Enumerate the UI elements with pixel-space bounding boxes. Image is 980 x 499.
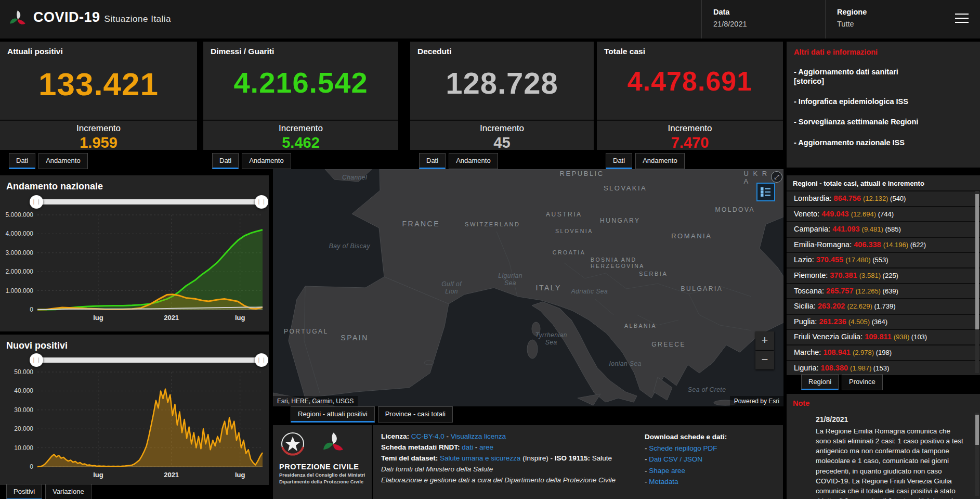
page-subtitle: Situazione Italia [104, 14, 172, 24]
svg-text:3.000.000: 3.000.000 [6, 249, 34, 257]
salute-umana-link[interactable]: Salute umana e sicurezza [440, 454, 520, 462]
slider-left-handle[interactable]: ❘❘ [30, 195, 43, 209]
altri-dati-link[interactable]: - Infografica epidemiologica ISS [794, 97, 973, 106]
region-row[interactable]: Toscana: 265.757 (12.265) (639) [787, 283, 980, 299]
increment-label: Incremento [410, 123, 594, 134]
temi-rest2: Salute [590, 454, 612, 462]
slider-right-handle[interactable]: ❘❘ [255, 195, 268, 209]
region-name: Lazio: [794, 255, 816, 264]
andamento-time-slider[interactable]: ❘❘ ❘❘ [36, 199, 262, 204]
tab-andamento[interactable]: Andamento [242, 153, 291, 169]
increment-value: 1.959 [0, 134, 197, 151]
nuovi-time-slider[interactable]: ❘❘ ❘❘ [36, 357, 262, 363]
tab-positivi[interactable]: Positivi [6, 484, 42, 499]
note-scrollbar[interactable] [975, 413, 979, 496]
rndt-aree-link[interactable]: aree [479, 443, 493, 451]
andamento-chart: 01.000.0002.000.0003.000.0004.000.0005.0… [0, 208, 269, 329]
license-link[interactable]: CC-BY-4.0 [411, 432, 445, 440]
region-increment: (198) [876, 349, 892, 356]
tab-dati[interactable]: Dati [212, 153, 239, 169]
region-attuali: (17.480) [845, 256, 872, 264]
andamento-title: Andamento nazionale [0, 175, 269, 192]
zoom-out-button[interactable]: − [755, 351, 774, 369]
region-name: Toscana: [794, 287, 826, 295]
stat-card-increment: Incremento45 [410, 120, 594, 150]
regioni-list-panel: Regioni - totale casi, attuali e increme… [787, 175, 980, 375]
legend-icon [761, 187, 771, 197]
region-row[interactable]: Friuli Venezia Giulia: 109.811 (938) (10… [787, 329, 980, 344]
region-row[interactable]: Veneto: 449.043 (12.694) (744) [787, 206, 980, 222]
download-link[interactable]: Dati CSV / JSON [649, 455, 702, 463]
map-tab-province-casi-totali[interactable]: Province - casi totali [378, 406, 453, 423]
download-link[interactable]: Metadata [649, 478, 678, 485]
iso-label: ISO 19115: [555, 454, 590, 462]
region-attuali: (22.629) [847, 302, 874, 310]
region-row[interactable]: Marche: 108.941 (2.978) (198) [787, 344, 980, 360]
region-increment: (585) [885, 225, 900, 233]
download-link[interactable]: Shape aree [649, 467, 685, 475]
right-tab-regioni[interactable]: Regioni [801, 374, 839, 390]
svg-text:2.000.000: 2.000.000 [6, 268, 34, 275]
region-name: Campania: [794, 225, 832, 233]
increment-label: Incremento [0, 123, 197, 134]
region-name: Marche: [794, 348, 823, 356]
region-row[interactable]: Liguria: 108.380 (1.987) (153) [787, 360, 980, 375]
download-link[interactable]: Schede riepilogo PDF [649, 444, 717, 452]
protezione-civile-logo-icon [7, 9, 28, 30]
tab-andamento[interactable]: Andamento [449, 153, 498, 169]
regione-label: Regione [837, 8, 950, 16]
region-total: 263.202 [818, 302, 847, 310]
region-total: 406.338 [854, 240, 883, 249]
view-license-link[interactable]: Visualizza licenza [451, 432, 506, 440]
tab-andamento[interactable]: Andamento [635, 153, 685, 169]
region-row[interactable]: Lombardia: 864.756 (12.132) (540) [787, 190, 980, 206]
region-row[interactable]: Emilia-Romagna: 406.338 (14.196) (622) [787, 237, 980, 252]
region-increment: (540) [890, 195, 906, 202]
region-row[interactable]: Puglia: 261.236 (4.505) (364) [787, 314, 980, 329]
region-name: Veneto: [794, 210, 821, 218]
regioni-scrollbar[interactable] [975, 191, 979, 373]
region-attuali: (14.196) [883, 241, 910, 249]
region-name: Puglia: [794, 317, 819, 326]
download-row: - Dati CSV / JSON [645, 454, 775, 465]
header-data-block: Data 21/8/2021 [701, 0, 825, 39]
rndt-label: Scheda metadati RNDT: [381, 443, 460, 451]
rndt-dati-link[interactable]: dati [462, 443, 473, 451]
tab-dati[interactable]: Dati [606, 153, 632, 169]
svg-text:lug: lug [93, 314, 103, 322]
region-total: 261.236 [819, 317, 848, 326]
region-row[interactable]: Sicilia: 263.202 (22.629) (1.739) [787, 298, 980, 314]
stat-card-title: Dimessi / Guariti [203, 42, 398, 61]
altri-dati-link[interactable]: - Aggiornamento nazionale ISS [794, 138, 973, 147]
download-column: Download schede e dati: - Schede riepilo… [645, 431, 775, 493]
europe-map[interactable]: REPUBLICU K R ASLOVAKIAChannelMOLDOVAAUS… [273, 169, 783, 406]
zoom-in-button[interactable]: + [755, 331, 774, 350]
region-attuali: (1.987) [850, 364, 873, 372]
region-row[interactable]: Piemonte: 370.381 (3.581) (225) [787, 267, 980, 283]
map-tab-regioni-attuali-positivi[interactable]: Regioni - attuali positivi [291, 406, 375, 423]
region-row[interactable]: Lazio: 370.455 (17.480) (553) [787, 252, 980, 267]
stat-card-increment: Incremento1.959 [0, 120, 197, 150]
tab-dati[interactable]: Dati [419, 153, 446, 169]
temi-rest: (Inspire) - [522, 454, 555, 462]
note-title: Note [793, 399, 974, 407]
region-increment: (1.739) [874, 302, 895, 310]
header: COVID-19Situazione Italia Data 21/8/2021… [0, 0, 980, 39]
menu-icon[interactable] [955, 14, 969, 26]
region-increment: (622) [910, 241, 926, 249]
altri-dati-link[interactable]: - Aggiornamento dati sanitari [storico] [794, 67, 973, 86]
region-row[interactable]: Campania: 441.093 (9.481) (585) [787, 221, 980, 237]
default-extent-icon[interactable]: ⤢ [771, 171, 782, 183]
tab-variazione[interactable]: Variazione [45, 484, 91, 499]
legend-button[interactable] [756, 183, 775, 201]
stat-card-value: 133.421 [0, 66, 197, 103]
download-row: - Shape aree [645, 465, 775, 477]
card-tabs-2: DatiAndamento [212, 153, 291, 169]
region-increment: (553) [872, 256, 888, 264]
svg-text:40.000: 40.000 [14, 387, 33, 394]
tab-andamento[interactable]: Andamento [38, 153, 88, 169]
right-tab-province[interactable]: Province [842, 374, 883, 390]
altri-dati-link[interactable]: - Sorveglianza settimanale Regioni [794, 117, 973, 126]
tab-dati[interactable]: Dati [9, 153, 35, 169]
regioni-list-title: Regioni - totale casi, attuali e increme… [787, 175, 980, 190]
